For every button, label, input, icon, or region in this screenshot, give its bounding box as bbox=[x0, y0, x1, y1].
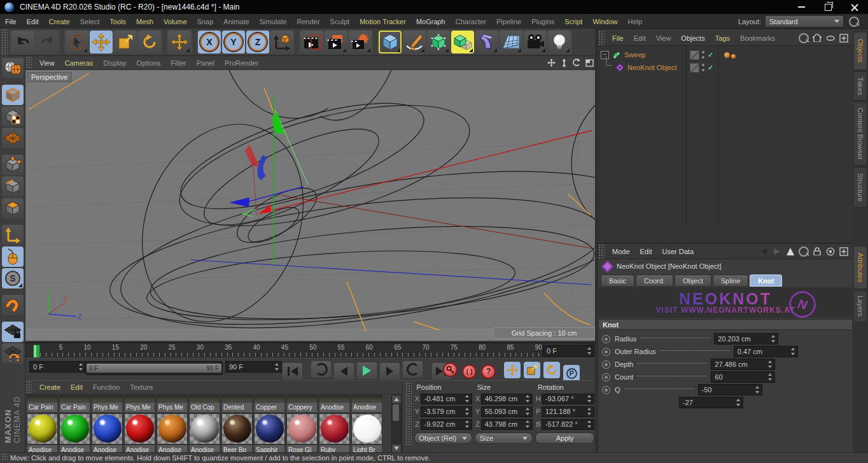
material-sphere[interactable] bbox=[353, 415, 381, 443]
keyframe-help-button[interactable]: ? bbox=[481, 364, 496, 379]
material-scrollbar[interactable] bbox=[391, 395, 402, 453]
x-axis-lock-button[interactable]: X bbox=[198, 31, 221, 53]
menu-help[interactable]: Help bbox=[623, 15, 648, 29]
material-tile[interactable]: DentedBeer Bo bbox=[221, 395, 253, 455]
material-tile[interactable]: CopperyRose Gl bbox=[286, 395, 318, 455]
menu-file[interactable]: File bbox=[0, 15, 22, 29]
keyframe-circle-icon[interactable] bbox=[602, 386, 610, 394]
viewport-menu-view[interactable]: View bbox=[34, 56, 60, 70]
menu-mograph[interactable]: MoGraph bbox=[411, 15, 451, 29]
menu-simulate[interactable]: Simulate bbox=[255, 15, 292, 29]
material-menu-create[interactable]: Create bbox=[34, 380, 66, 394]
radius-field[interactable]: 20.203 cm bbox=[714, 333, 778, 345]
visibility-dots-icon[interactable] bbox=[702, 64, 705, 71]
tab-basic[interactable]: Basic bbox=[601, 274, 634, 287]
render-settings-button[interactable] bbox=[349, 31, 372, 53]
stepper-icon[interactable] bbox=[274, 363, 280, 371]
viewport-menu-panel[interactable]: Panel bbox=[192, 56, 220, 70]
material-tile[interactable]: AnodiseRuby bbox=[319, 395, 350, 455]
outer-radius-field[interactable]: 0.47 cm bbox=[734, 346, 798, 357]
add-attribute-icon[interactable] bbox=[839, 246, 849, 257]
coordinate-system-button[interactable] bbox=[270, 31, 293, 53]
am-menu-edit[interactable]: Edit bbox=[635, 245, 657, 259]
am-menu-userdata[interactable]: User Data bbox=[657, 245, 699, 259]
viewport-menu-handle[interactable] bbox=[25, 56, 32, 69]
record-rotation-toggle[interactable] bbox=[543, 362, 560, 378]
last-used-tool-button[interactable] bbox=[168, 31, 191, 53]
goto-start-button[interactable] bbox=[283, 363, 302, 380]
object-row-sweep[interactable]: − Sweep ✓ bbox=[598, 48, 853, 61]
record-position-toggle[interactable] bbox=[504, 362, 521, 378]
home-icon[interactable] bbox=[812, 33, 822, 43]
am-menu-mode[interactable]: Mode bbox=[607, 245, 635, 259]
layer-toggle-icon[interactable] bbox=[690, 50, 699, 60]
visibility-dots-icon[interactable] bbox=[702, 51, 705, 59]
points-mode-button[interactable] bbox=[2, 155, 24, 175]
scrollbar-thumb[interactable] bbox=[393, 404, 399, 421]
tab-content-browser[interactable]: Content Browser bbox=[854, 102, 867, 166]
material-sphere[interactable] bbox=[61, 415, 89, 443]
viewport-menu-filter[interactable]: Filter bbox=[165, 56, 191, 70]
undo-button[interactable] bbox=[11, 31, 34, 53]
scale-tool-button[interactable] bbox=[114, 31, 137, 53]
object-row-neoknot[interactable]: NeoKnot Object ✓ bbox=[598, 61, 853, 74]
redo-button[interactable] bbox=[36, 31, 59, 53]
coordinate-mode-dropdown[interactable]: Object (Rel) bbox=[414, 432, 472, 444]
count-field[interactable]: 60 bbox=[711, 371, 775, 383]
axis-modification-button[interactable] bbox=[2, 225, 24, 245]
material-sphere[interactable] bbox=[126, 415, 154, 443]
subdivision-surface-button[interactable] bbox=[427, 31, 450, 53]
menu-edit[interactable]: Edit bbox=[22, 15, 44, 29]
material-sphere[interactable] bbox=[191, 415, 219, 443]
previous-key-button[interactable] bbox=[311, 361, 331, 378]
history-forward-icon[interactable] bbox=[772, 246, 782, 257]
restore-button[interactable] bbox=[815, 0, 841, 14]
menu-sculpt[interactable]: Sculpt bbox=[325, 15, 355, 29]
timeline-frame-field[interactable]: 0 F bbox=[543, 345, 594, 357]
material-sphere[interactable] bbox=[158, 415, 186, 443]
size-mode-dropdown[interactable]: Size bbox=[475, 432, 533, 444]
q-field[interactable]: -50 bbox=[698, 384, 762, 395]
y-axis-lock-button[interactable]: Y bbox=[222, 31, 245, 53]
tab-coord[interactable]: Coord. bbox=[636, 274, 673, 287]
tag-icon[interactable] bbox=[731, 54, 736, 59]
snap-button[interactable]: S bbox=[2, 268, 24, 288]
minimize-button[interactable] bbox=[788, 0, 815, 14]
viewport-canvas[interactable] bbox=[25, 70, 595, 341]
position-z-field[interactable]: -9.922 cm bbox=[421, 419, 472, 430]
enable-check-icon[interactable]: ✓ bbox=[708, 64, 713, 72]
object-name[interactable]: Sweep bbox=[624, 51, 646, 59]
om-menu-file[interactable]: File bbox=[607, 31, 629, 45]
om-menu-bookmarks[interactable]: Bookmarks bbox=[735, 31, 780, 45]
scroll-up-icon[interactable] bbox=[392, 395, 401, 403]
om-menu-objects[interactable]: Objects bbox=[676, 31, 710, 45]
timeline-range-slider[interactable]: 0 F 90 F bbox=[85, 361, 223, 375]
generators-sweep-button[interactable] bbox=[451, 31, 474, 53]
rotation-h-field[interactable]: -93.067 ° bbox=[542, 394, 594, 404]
model-mode-button[interactable] bbox=[2, 85, 24, 105]
viewport-menu-options[interactable]: Options bbox=[131, 56, 165, 70]
rotate-tool-button[interactable] bbox=[138, 31, 161, 53]
object-manager-handle[interactable] bbox=[598, 31, 605, 45]
tab-layers[interactable]: Layers bbox=[854, 290, 867, 322]
size-x-field[interactable]: 46.298 cm bbox=[481, 394, 533, 404]
viewport-menu-prorender[interactable]: ProRender bbox=[220, 56, 263, 70]
menu-snap[interactable]: Snap bbox=[192, 15, 219, 29]
object-name[interactable]: NeoKnot Object bbox=[627, 64, 677, 71]
tab-knot[interactable]: Knot bbox=[750, 274, 782, 287]
render-picture-viewer-button[interactable] bbox=[325, 31, 347, 53]
camera-button[interactable] bbox=[524, 31, 547, 53]
viewport-view-label[interactable]: Perspective bbox=[27, 72, 72, 82]
material-tile[interactable]: Phys MeAnodise bbox=[124, 395, 155, 455]
material-menu-edit[interactable]: Edit bbox=[66, 380, 88, 394]
target-icon[interactable] bbox=[825, 246, 836, 257]
tab-object[interactable]: Object bbox=[675, 274, 711, 287]
light-button[interactable] bbox=[548, 31, 571, 53]
keyframe-circle-icon[interactable] bbox=[602, 360, 610, 369]
menu-script[interactable]: Script bbox=[559, 15, 587, 29]
material-tile[interactable]: AnodiseLight Br bbox=[351, 395, 382, 455]
previous-frame-button[interactable] bbox=[334, 363, 354, 380]
om-menu-tags[interactable]: Tags bbox=[710, 31, 735, 45]
depth-field[interactable]: 27.486 cm bbox=[711, 359, 775, 370]
rotation-p-field[interactable]: 121.188 ° bbox=[542, 406, 594, 417]
